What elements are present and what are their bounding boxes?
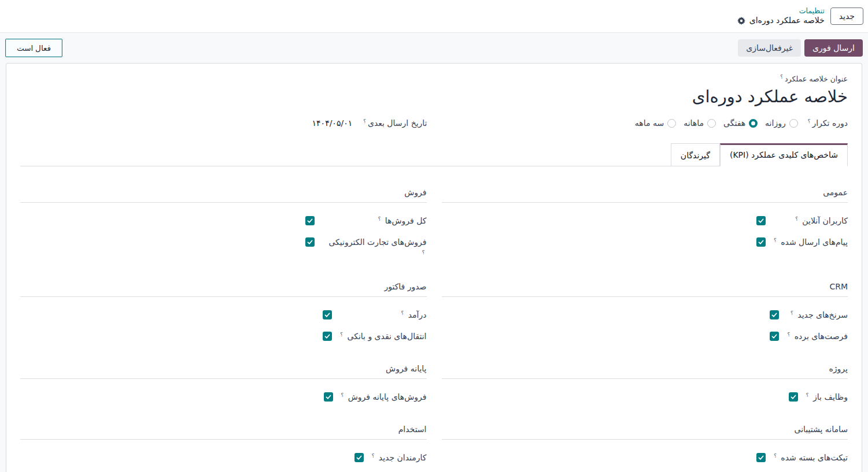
periodicity-option-label: سه ماهه [635,118,664,128]
tab-kpi[interactable]: شاخص‌های کلیدی عملکرد (KPI) [720,143,848,166]
send-now-button[interactable]: ارسال فوری [804,39,863,57]
periodicity-option-0[interactable]: روزانه [765,118,798,128]
status-bar: ارسال فوری غیرفعال‌سازی فعال است [0,33,868,63]
new-button[interactable]: جدید [830,8,863,25]
action-buttons: ارسال فوری غیرفعال‌سازی [738,39,863,57]
digest-title-value[interactable]: خلاصه عملکرد دوره‌ای [20,86,848,107]
kpi-item-label: پیام‌های ارسال شده ؟ [774,236,848,248]
gear-icon[interactable] [737,17,745,25]
kpi-section-items: درآمد ؟انتقال‌های نقدی و بانکی ؟ [20,309,427,343]
next-send-field: تاریخ ارسال بعدی؟ ۱۴۰۴/۰۵/۰۱ [20,118,427,128]
help-marker: ؟ [791,310,793,316]
breadcrumb-current: خلاصه عملکرد دوره‌ای [737,16,825,26]
kpi-section-title: عمومی [442,188,848,203]
kpi-section: پروژهوظایف باز ؟ [442,364,848,403]
kpi-section-title: پایانه فروش [20,364,427,379]
help-marker: ؟ [795,216,798,222]
checkbox-checked[interactable] [756,216,766,225]
kpi-section-title: سامانه پشتیبانی [442,425,848,440]
periodicity-option-label: هفتگی [723,118,745,128]
help-marker: ؟ [774,237,777,243]
notebook-tabs: شاخص‌های کلیدی عملکرد (KPI)گیرندگان [20,143,848,166]
periodicity-label-text: دوره تکرار [812,118,848,128]
checkbox-checked[interactable] [323,310,332,319]
checkbox-checked[interactable] [354,453,364,462]
periodicity-field: دوره تکرار؟ روزانههفتگیماهانهسه ماهه [441,118,848,128]
kpi-section: CRMسرنخ‌های جدید ؟فرصت‌های برده ؟ [442,282,848,343]
breadcrumb-settings-link[interactable]: تنظیمات [737,6,825,16]
checkbox-checked[interactable] [305,237,315,247]
periodicity-option-label: ماهانه [684,118,704,128]
kpi-item-label: درآمد ؟ [340,309,426,321]
next-send-label: تاریخ ارسال بعدی؟ [363,118,427,128]
periodicity-option-2[interactable]: ماهانه [684,118,716,128]
checkbox-checked[interactable] [789,392,798,402]
kpi-section-items: کاربران آنلاین ؟پیام‌های ارسال شده ؟ [442,215,848,248]
kpi-section-items: وظایف باز ؟ [442,391,848,403]
active-state-button[interactable]: فعال است [5,39,62,57]
kpi-item-label: تیکت‌های بسته شده ؟ [774,452,848,464]
kpi-section-title: پروژه [442,364,848,379]
radio-icon[interactable] [789,119,798,128]
kpi-section: عمومیکاربران آنلاین ؟پیام‌های ارسال شده … [442,188,848,261]
kpi-item-label: انتقال‌های نقدی و بانکی ؟ [340,330,426,343]
kpi-section: پایانه فروشفروش‌های پایانه فروش ؟ [20,364,427,403]
help-marker: ؟ [774,453,777,459]
checkbox-checked[interactable] [323,332,332,341]
kpi-section: فروشکل فروش‌ها ؟فروش‌های تجارت الکترونیک… [20,188,427,261]
breadcrumb: تنظیمات خلاصه عملکرد دوره‌ای [737,6,825,25]
periodicity-option-1[interactable]: هفتگی [723,118,758,128]
kpi-section-title: صدور فاکتور [20,282,427,297]
checkbox-checked[interactable] [324,392,333,402]
kpi-item-label: فروش‌های پایانه فروش ؟ [341,391,427,403]
kpi-item-label: فرصت‌های برده ؟ [787,330,848,343]
kpi-item-label: کل فروش‌ها ؟ [323,215,427,227]
checkbox-checked[interactable] [756,237,766,247]
kpi-section-items: کارمندان جدید ؟ [20,452,427,464]
breadcrumb-current-label: خلاصه عملکرد دوره‌ای [749,16,825,26]
kpi-item-label: فروش‌های تجارت الکترونیکی ؟ [323,236,427,261]
checkbox-checked[interactable] [770,332,779,341]
kpi-grid: عمومیکاربران آنلاین ؟پیام‌های ارسال شده … [20,188,848,464]
help-marker: ؟ [340,332,343,337]
help-marker: ؟ [363,118,366,124]
digest-title-label-text: عنوان خلاصه عملکرد [785,75,848,83]
kpi-section: صدور فاکتوردرآمد ؟انتقال‌های نقدی و بانک… [20,282,427,343]
help-marker: ؟ [372,453,375,459]
kpi-section: سامانه پشتیبانیتیکت‌های بسته شده ؟ [442,425,848,464]
kpi-section-title: CRM [442,282,848,297]
kpi-section-title: فروش [20,188,427,203]
help-marker: ؟ [341,392,344,398]
help-marker: ؟ [806,392,809,398]
kpi-section-items: سرنخ‌های جدید ؟فرصت‌های برده ؟ [442,309,848,343]
next-send-date-value[interactable]: ۱۴۰۴/۰۵/۰۱ [312,118,353,128]
digest-title-label: عنوان خلاصه عملکرد؟ [20,74,848,83]
checkbox-checked[interactable] [756,453,766,462]
help-marker: ؟ [378,216,381,222]
help-marker: ؟ [401,310,404,316]
help-marker: ؟ [780,74,783,80]
kpi-section-items: کل فروش‌ها ؟فروش‌های تجارت الکترونیکی ؟ [20,215,427,261]
tab-recipients[interactable]: گیرندگان [671,143,720,166]
checkbox-checked[interactable] [770,310,779,319]
kpi-item-label: کارمندان جدید ؟ [372,452,427,464]
help-marker: ؟ [787,332,790,337]
kpi-section-items: فروش‌های پایانه فروش ؟ [20,391,427,403]
radio-icon[interactable] [667,119,676,128]
radio-icon[interactable] [707,119,716,128]
periodicity-options: روزانههفتگیماهانهسه ماهه [635,118,798,128]
help-marker: ؟ [808,118,811,124]
meta-row: دوره تکرار؟ روزانههفتگیماهانهسه ماهه تار… [20,118,848,128]
periodicity-label: دوره تکرار؟ [808,118,848,128]
checkbox-checked[interactable] [305,216,315,225]
top-bar: جدید تنظیمات خلاصه عملکرد دوره‌ای [0,0,868,33]
deactivate-button[interactable]: غیرفعال‌سازی [738,39,801,57]
help-marker: ؟ [422,250,425,255]
kpi-section-items: تیکت‌های بسته شده ؟ [442,452,848,464]
radio-selected-icon[interactable] [749,119,758,128]
next-send-label-text: تاریخ ارسال بعدی [368,118,427,128]
periodicity-option-3[interactable]: سه ماهه [635,118,676,128]
kpi-section-title: استخدام [20,425,427,440]
digest-settings-page: { "colors": { "accent_teal": "#017e84", … [0,0,868,472]
kpi-section: استخدامکارمندان جدید ؟ [20,425,427,464]
